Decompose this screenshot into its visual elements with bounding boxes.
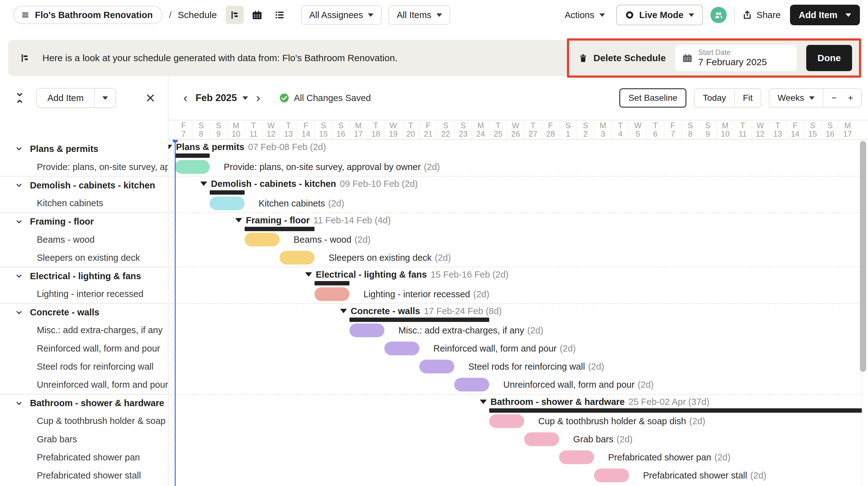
start-date-field[interactable]: Start Date 7 February 2025 (675, 45, 797, 71)
sidebar-task-row[interactable]: Misc.: add extra-charges, if any (0, 321, 168, 339)
task-bar[interactable] (210, 196, 245, 210)
sidebar-task-row[interactable]: Prefabricated shower pan (0, 448, 168, 466)
prev-month-button[interactable]: ‹ (183, 92, 187, 104)
day-column: S1 (559, 121, 577, 139)
sidebar-header-spacer (0, 120, 168, 140)
avatar[interactable] (710, 7, 727, 23)
vertical-scrollbar-thumb[interactable] (860, 141, 866, 372)
done-button[interactable]: Done (806, 45, 852, 71)
day-of-week: W (268, 122, 275, 129)
collapse-triangle-icon[interactable] (480, 399, 487, 404)
group-name: Framing - floor (246, 215, 310, 225)
save-status: All Changes Saved (279, 93, 371, 103)
sidebar-group-row[interactable]: Concrete - walls (0, 303, 168, 321)
set-baseline-button[interactable]: Set Baseline (619, 88, 686, 108)
sidebar-task-row[interactable]: Cup & toothbrush holder & soap dish (0, 412, 168, 430)
task-bar[interactable] (314, 287, 349, 301)
sidebar-group-label: Concrete - walls (30, 307, 99, 318)
chevron-down-icon[interactable] (15, 399, 23, 408)
sidebar-task-row[interactable] (0, 485, 168, 486)
task-bar[interactable] (419, 360, 454, 374)
day-column: T27 (524, 121, 541, 139)
sidebar-task-row[interactable]: Lighting - interior recessed (0, 285, 168, 303)
day-number: 19 (389, 130, 398, 138)
zoom-unit-selector[interactable]: Weeks (769, 89, 823, 107)
task-bar[interactable] (384, 342, 419, 355)
share-button[interactable]: Share (742, 10, 781, 20)
sidebar-task-row[interactable]: Beams - wood (0, 230, 168, 249)
chevron-down-icon[interactable] (15, 145, 23, 153)
calendar-view-button[interactable] (248, 6, 266, 24)
schedule-banner: Here is a look at your schedule generate… (8, 40, 860, 76)
collapse-all-icon[interactable] (15, 92, 24, 104)
task-bar[interactable] (245, 233, 280, 247)
sidebar-task-label: Provide: plans, on-site survey, approval… (37, 162, 168, 172)
day-number: 16 (337, 130, 345, 138)
collapse-triangle-icon[interactable] (305, 272, 312, 277)
group-name: Plans & permits (176, 142, 244, 152)
sidebar-group-row[interactable]: Framing - floor (0, 213, 168, 230)
sidebar-group-row[interactable]: Bathroom - shower & hardware (0, 394, 168, 412)
sidebar-task-row[interactable]: Unreinforced wall, form and pour (0, 376, 168, 394)
list-view-button[interactable] (271, 6, 289, 24)
gantt-task-row: Steel rods for reinforcing wall(2d) (168, 357, 862, 376)
group-bar-label: Demolish - cabinets - kitchen09 Feb-10 F… (211, 179, 418, 189)
sidebar-group-row[interactable]: Plans & permits (0, 140, 168, 158)
chevron-down-icon[interactable] (15, 272, 23, 280)
task-bar[interactable] (175, 160, 210, 174)
chevron-down-icon[interactable] (15, 309, 23, 317)
collapse-triangle-icon[interactable] (168, 145, 172, 149)
close-sidebar-icon[interactable] (145, 93, 155, 103)
chevron-down-icon[interactable] (15, 181, 23, 189)
task-bar[interactable] (594, 468, 629, 482)
items-filter[interactable]: All Items (389, 5, 450, 25)
next-month-button[interactable]: › (256, 92, 260, 104)
day-of-week: S (198, 122, 204, 129)
delete-schedule-button[interactable]: Delete Schedule (579, 53, 666, 63)
task-name: Beams - wood (293, 234, 351, 245)
task-bar-label: Prefabricated shower pan(2d) (608, 452, 731, 463)
add-item-dropdown[interactable] (94, 89, 116, 107)
day-of-week: S (705, 122, 710, 129)
add-item-button-sidebar[interactable]: Add Item (37, 89, 94, 107)
sidebar-group-row[interactable]: Electrical - lighting & fans (0, 267, 168, 285)
sidebar-task-row[interactable]: Grab bars (0, 430, 168, 448)
zoom-out-button[interactable]: − (823, 89, 845, 107)
chevron-down-icon[interactable] (15, 218, 23, 226)
task-bar[interactable] (280, 251, 314, 264)
sidebar-group-row[interactable]: Demolish - cabinets - kitchen (0, 176, 168, 194)
collapse-triangle-icon[interactable] (200, 182, 207, 186)
zoom-in-button[interactable]: + (845, 89, 861, 107)
sidebar-task-label: Sleepers on existing deck (37, 253, 140, 263)
sidebar-task-row[interactable]: Steel rods for reinforcing wall (0, 357, 168, 376)
day-number: 6 (653, 130, 658, 138)
day-of-week: W (634, 122, 642, 129)
sidebar-task-row[interactable]: Kitchen cabinets (0, 194, 168, 213)
collapse-triangle-icon[interactable] (340, 309, 347, 313)
task-bar[interactable] (454, 378, 489, 391)
today-button[interactable]: Today (694, 89, 734, 107)
add-item-button-top[interactable]: Add Item (790, 5, 860, 25)
start-date-value: 7 February 2025 (698, 57, 767, 68)
task-bar[interactable] (559, 450, 594, 464)
fit-button[interactable]: Fit (734, 89, 761, 107)
assignees-filter[interactable]: All Assignees (301, 5, 382, 25)
live-mode-button[interactable]: Live Mode (616, 5, 703, 25)
task-bar[interactable] (524, 432, 559, 446)
sidebar-task-row[interactable]: Provide: plans, on-site survey, approval… (0, 158, 168, 176)
hamburger-icon[interactable] (21, 11, 29, 19)
gantt-view-button[interactable] (225, 6, 244, 24)
collapse-triangle-icon[interactable] (235, 218, 242, 222)
task-bar[interactable] (349, 323, 384, 337)
day-column: F14 (786, 121, 804, 139)
actions-menu[interactable]: Actions (565, 10, 605, 20)
gantt-group-row: Plans & permits07 Feb-08 Feb (2d) (168, 140, 862, 158)
sidebar-task-row[interactable]: Prefabricated shower stall (0, 466, 168, 484)
month-selector[interactable]: Feb 2025 (196, 92, 248, 103)
project-menu-pill[interactable]: Flo's Bathroom Renovation (13, 6, 162, 24)
task-bar[interactable] (489, 414, 524, 428)
group-summary-bar[interactable] (175, 154, 210, 158)
chevron-down-icon (599, 13, 605, 17)
sidebar-task-row[interactable]: Sleepers on existing deck (0, 249, 168, 267)
sidebar-task-row[interactable]: Reinforced wall, form and pour (0, 339, 168, 357)
